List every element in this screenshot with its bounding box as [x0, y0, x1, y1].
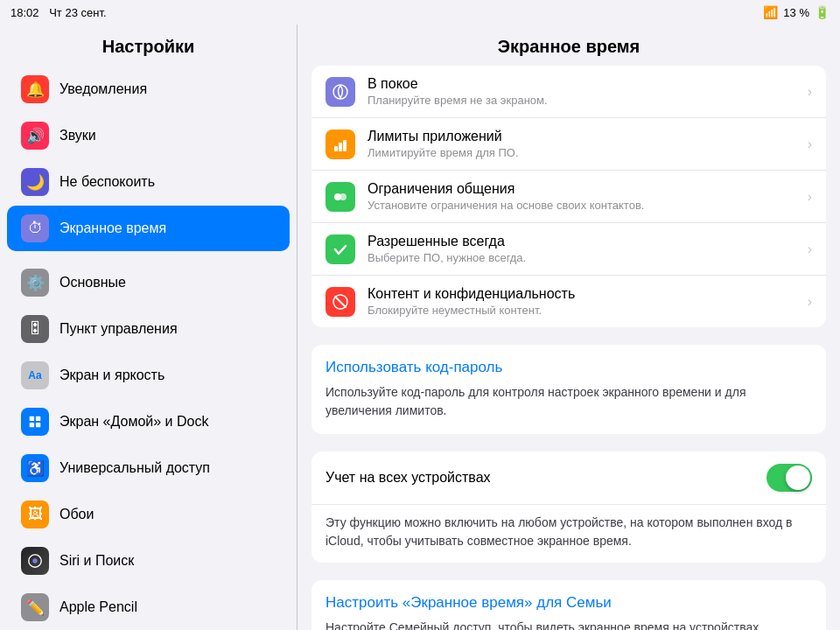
- sidebar-item-home-screen[interactable]: Экран «Домой» и Dock: [7, 399, 290, 444]
- sidebar-item-do-not-disturb[interactable]: 🌙Не беспокоить: [7, 159, 290, 205]
- sidebar-item-control-center[interactable]: 🎛Пункт управления: [7, 306, 290, 352]
- content-area: Экранное время В покоеПланируйте время н…: [298, 24, 840, 630]
- notifications-icon: 🔔: [21, 75, 49, 103]
- sidebar-label-wallpaper: Обои: [60, 507, 94, 522]
- family-section: Настроить «Экранное время» для Семьи Нас…: [312, 580, 826, 630]
- section-item-downtime[interactable]: В покоеПланируйте время не за экраном.›: [312, 66, 826, 118]
- siri-icon: [21, 547, 49, 575]
- always-allowed-chevron: ›: [808, 242, 812, 257]
- svg-rect-11: [343, 140, 346, 151]
- family-link[interactable]: Настроить «Экранное время» для Семьи: [326, 594, 812, 612]
- wallpaper-icon: 🖼: [21, 500, 49, 528]
- content-privacy-title: Контент и конфиденциальность: [368, 286, 808, 302]
- all-devices-toggle[interactable]: [766, 464, 812, 492]
- general-icon: ⚙️: [21, 269, 49, 297]
- sidebar: Настройки 🔔Уведомления🔊Звуки🌙Не беспокои…: [0, 24, 298, 630]
- content-privacy-subtitle: Блокируйте неуместный контент.: [368, 304, 808, 317]
- sidebar-item-screen-time[interactable]: ⏱Экранное время: [7, 206, 290, 251]
- sidebar-item-apple-pencil[interactable]: ✏️Apple Pencil: [7, 584, 290, 630]
- downtime-title: В покое: [368, 76, 808, 92]
- sidebar-item-display[interactable]: AaЭкран и яркость: [7, 353, 290, 398]
- sidebar-item-siri[interactable]: Siri и Поиск: [7, 538, 290, 584]
- content-privacy-icon: [326, 287, 355, 317]
- main-section: В покоеПланируйте время не за экраном.›Л…: [312, 66, 826, 327]
- toggle-description: Эту функцию можно включить на любом устр…: [312, 505, 826, 563]
- sidebar-label-do-not-disturb: Не беспокоить: [60, 174, 155, 190]
- sidebar-label-screen-time: Экранное время: [60, 220, 166, 236]
- app-limits-icon: [326, 130, 355, 159]
- section-item-app-limits[interactable]: Лимиты приложенийЛимитируйте время для П…: [312, 118, 826, 171]
- sidebar-label-general: Основные: [60, 275, 126, 290]
- content-privacy-text: Контент и конфиденциальностьБлокируйте н…: [368, 286, 808, 317]
- toggle-knob: [786, 466, 810, 490]
- sidebar-item-wallpaper[interactable]: 🖼Обои: [7, 492, 290, 537]
- family-description: Настройте Семейный доступ, чтобы видеть …: [326, 620, 759, 630]
- sidebar-label-accessibility: Универсальный доступ: [60, 460, 210, 476]
- sidebar-label-siri: Siri и Поиск: [60, 553, 134, 569]
- status-date: Чт 23 сент.: [49, 6, 106, 19]
- communication-limits-subtitle: Установите ограничения на основе своих к…: [368, 199, 808, 212]
- downtime-subtitle: Планируйте время не за экраном.: [368, 94, 808, 107]
- sidebar-label-display: Экран и яркость: [60, 368, 164, 383]
- sidebar-label-notifications: Уведомления: [60, 81, 147, 97]
- status-time-date: 18:02 Чт 23 сент.: [10, 6, 107, 19]
- section-item-content-privacy[interactable]: Контент и конфиденциальностьБлокируйте н…: [312, 276, 826, 327]
- svg-rect-10: [339, 143, 342, 151]
- svg-rect-1: [36, 416, 40, 421]
- communication-limits-chevron: ›: [808, 189, 812, 205]
- svg-point-5: [32, 558, 37, 563]
- always-allowed-title: Разрешенные всегда: [368, 234, 808, 249]
- apple-pencil-icon: ✏️: [21, 593, 49, 621]
- use-code-section: Использовать код-пароль Используйте код-…: [312, 345, 826, 434]
- sidebar-label-home-screen: Экран «Домой» и Dock: [60, 414, 208, 430]
- downtime-chevron: ›: [808, 84, 812, 100]
- app-limits-subtitle: Лимитируйте время для ПО.: [368, 146, 808, 159]
- wifi-icon: 📶: [763, 5, 778, 19]
- svg-point-13: [340, 193, 346, 200]
- communication-limits-text: Ограничения общенияУстановите ограничени…: [368, 181, 808, 212]
- downtime-icon: [326, 77, 355, 107]
- control-center-icon: 🎛: [21, 315, 49, 343]
- always-allowed-subtitle: Выберите ПО, нужное всегда.: [368, 251, 808, 264]
- section-item-communication-limits[interactable]: Ограничения общенияУстановите ограничени…: [312, 171, 826, 223]
- sidebar-item-general[interactable]: ⚙️Основные: [7, 260, 290, 305]
- accessibility-icon: ♿: [21, 454, 49, 482]
- sidebar-label-apple-pencil: Apple Pencil: [60, 599, 137, 615]
- svg-rect-2: [30, 423, 34, 427]
- do-not-disturb-icon: 🌙: [21, 168, 49, 196]
- sidebar-item-accessibility[interactable]: ♿Универсальный доступ: [7, 445, 290, 491]
- status-time: 18:02: [10, 6, 39, 19]
- section-item-always-allowed[interactable]: Разрешенные всегдаВыберите ПО, нужное вс…: [312, 223, 826, 276]
- always-allowed-text: Разрешенные всегдаВыберите ПО, нужное вс…: [368, 234, 808, 264]
- display-icon: Aa: [21, 361, 49, 389]
- content-title: Экранное время: [298, 24, 840, 66]
- svg-rect-9: [334, 146, 338, 151]
- home-screen-icon: [21, 408, 49, 436]
- sidebar-item-sounds[interactable]: 🔊Звуки: [7, 113, 290, 158]
- use-code-description: Используйте код-пароль для контроля наст…: [326, 385, 746, 417]
- downtime-text: В покоеПланируйте время не за экраном.: [368, 76, 808, 107]
- status-right: 📶 13 % 🔋: [763, 5, 830, 19]
- use-code-link[interactable]: Использовать код-пароль: [326, 359, 812, 376]
- sidebar-item-notifications[interactable]: 🔔Уведомления: [7, 66, 290, 112]
- sidebar-label-sounds: Звуки: [60, 128, 96, 144]
- svg-line-15: [335, 297, 346, 307]
- status-bar: 18:02 Чт 23 сент. 📶 13 % 🔋: [0, 0, 840, 24]
- toggle-label: Учет на всех устройствах: [326, 470, 766, 486]
- toggle-row: Учет на всех устройствах: [312, 452, 826, 505]
- app-limits-chevron: ›: [808, 136, 812, 152]
- always-allowed-icon: [326, 234, 355, 264]
- svg-rect-0: [30, 416, 34, 421]
- all-devices-section: Учет на всех устройствах Эту функцию мож…: [312, 452, 826, 563]
- sidebar-title: Настройки: [0, 24, 297, 66]
- content-privacy-chevron: ›: [808, 294, 812, 310]
- app-limits-text: Лимиты приложенийЛимитируйте время для П…: [368, 129, 808, 159]
- sidebar-label-control-center: Пункт управления: [60, 321, 178, 337]
- battery-text: 13 %: [783, 6, 809, 19]
- sidebar-divider: [0, 252, 297, 259]
- battery-icon: 🔋: [815, 5, 830, 19]
- sidebar-list: 🔔Уведомления🔊Звуки🌙Не беспокоить⏱Экранно…: [0, 66, 297, 630]
- communication-limits-icon: [326, 182, 355, 212]
- app-limits-title: Лимиты приложений: [368, 129, 808, 144]
- communication-limits-title: Ограничения общения: [368, 181, 808, 197]
